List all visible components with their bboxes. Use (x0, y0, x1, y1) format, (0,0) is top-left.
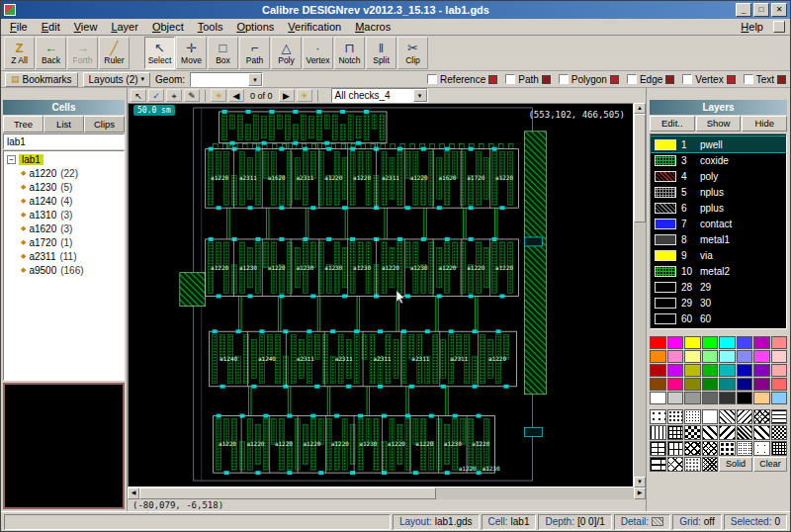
pattern-dots-fine[interactable] (702, 409, 719, 424)
palette-color[interactable] (684, 364, 701, 377)
layout-canvas[interactable]: a1220a2311a1620a2311a1220a1220a2311a1220… (128, 103, 634, 488)
pattern-cross-dense[interactable] (737, 425, 753, 440)
z-all-button[interactable]: ZZ All (4, 37, 35, 69)
pattern-dots-sparse[interactable] (650, 409, 666, 424)
palette-color[interactable] (650, 392, 666, 404)
palette-color[interactable] (737, 350, 753, 363)
menu-edit[interactable]: Edit (35, 20, 67, 34)
collapse-icon[interactable]: − (7, 155, 16, 164)
maximize-button[interactable] (753, 3, 769, 17)
notch-button[interactable]: ⊓Notch (334, 37, 365, 69)
palette-color[interactable] (771, 336, 788, 349)
palette-color[interactable] (737, 336, 753, 349)
vertical-scrollbar[interactable] (634, 103, 646, 488)
cell-filter-input[interactable] (3, 133, 125, 149)
palette-color[interactable] (667, 350, 684, 363)
check-mark-button[interactable]: ✓ (148, 89, 164, 102)
pattern-hatch-diagonal-back[interactable] (737, 409, 753, 424)
layer-row-metal2[interactable]: 10metal2 (651, 263, 786, 279)
chevron-down-icon[interactable]: ▾ (413, 89, 427, 102)
palette-color[interactable] (719, 350, 736, 363)
palette-color[interactable] (667, 392, 684, 404)
palette-color[interactable] (702, 378, 719, 391)
palette-color[interactable] (702, 336, 719, 349)
chevron-down-icon[interactable]: ▾ (248, 73, 262, 86)
cell-item-a1220[interactable]: ◆a1220(22) (5, 166, 123, 180)
checkbox-icon[interactable] (682, 74, 692, 84)
menu-tools[interactable]: Tools (191, 20, 230, 34)
brightness-up-button[interactable]: ☀ (297, 89, 312, 102)
pattern-brick-wide[interactable] (650, 457, 666, 472)
palette-color[interactable] (719, 364, 736, 377)
palette-color[interactable] (719, 378, 736, 391)
pattern-speckle[interactable] (684, 457, 701, 472)
pattern-dots-large[interactable] (719, 441, 736, 456)
layer-row-poly[interactable]: 4poly (651, 168, 786, 184)
cell-item-a9500[interactable]: ◆a9500(166) (5, 263, 123, 277)
menu-verification[interactable]: Verification (281, 20, 348, 34)
pattern-zigzag[interactable] (753, 425, 770, 440)
palette-color[interactable] (667, 336, 684, 349)
palette-color[interactable] (667, 378, 684, 391)
checkbox-icon[interactable] (744, 74, 753, 84)
layer-row-coxide[interactable]: 3coxide (651, 152, 786, 168)
pattern-diag-thick-back[interactable] (719, 425, 736, 440)
pattern-brick[interactable] (650, 441, 666, 456)
palette-color[interactable] (753, 392, 770, 404)
scroll-left-icon[interactable] (128, 488, 139, 499)
tree-root[interactable]: −lab1 (5, 153, 123, 166)
checkbox-icon[interactable] (505, 74, 515, 84)
bookmarks-button[interactable]: ▤ Bookmarks (5, 72, 78, 87)
vertical-scroll-track[interactable] (634, 222, 646, 477)
palette-color[interactable] (753, 364, 770, 377)
titlebar[interactable]: Calibre DESIGNrev v2012.3_15.13 - lab1.g… (1, 1, 790, 19)
palette-color[interactable] (702, 364, 719, 377)
ruler-button[interactable]: ╱Ruler (99, 37, 130, 69)
solid-button[interactable]: Solid (719, 457, 752, 472)
toggle-edge[interactable]: Edge (627, 74, 674, 85)
pattern-grid-small[interactable] (667, 425, 684, 440)
zoom-tool-button[interactable]: ⌖ (166, 89, 182, 102)
palette-color[interactable] (667, 364, 684, 377)
palette-color[interactable] (650, 336, 666, 349)
layer-hide-button[interactable]: Hide (742, 116, 787, 132)
palette-color[interactable] (702, 392, 719, 404)
pattern-diag-thick[interactable] (702, 425, 719, 440)
pattern-hatch-diagonal[interactable] (719, 409, 736, 424)
tab-list[interactable]: List (44, 116, 84, 133)
palette-color[interactable] (684, 336, 701, 349)
pattern-lines-vertical[interactable] (650, 425, 666, 440)
palette-color[interactable] (737, 364, 753, 377)
menu-layer[interactable]: Layer (104, 20, 145, 34)
vertical-scroll-thumb[interactable] (634, 114, 646, 222)
layer-row-pwell[interactable]: 1pwell (651, 136, 786, 152)
horizontal-scroll-track[interactable] (436, 488, 634, 499)
next-result-button[interactable]: ▶ (279, 89, 295, 102)
palette-color[interactable] (684, 392, 701, 404)
menu-macros[interactable]: Macros (348, 20, 397, 34)
pattern-checkerboard[interactable] (684, 425, 701, 440)
window-grip-icon[interactable] (773, 21, 785, 33)
palette-color[interactable] (650, 364, 666, 377)
clear-button[interactable]: Clear (753, 457, 787, 472)
palette-color[interactable] (702, 350, 719, 363)
checkbox-icon[interactable] (427, 74, 437, 84)
pattern-triangle-mesh[interactable] (771, 425, 788, 440)
toggle-polygon[interactable]: Polygon (559, 74, 619, 85)
palette-color[interactable] (719, 392, 736, 404)
pattern-diamond-mesh[interactable] (702, 441, 719, 456)
split-button[interactable]: ‖Split (366, 37, 396, 69)
pattern-dots-dense[interactable] (684, 409, 701, 424)
layer-row-30[interactable]: 2930 (651, 295, 786, 310)
palette-color[interactable] (753, 350, 770, 363)
palette-color[interactable] (684, 378, 701, 391)
palette-color[interactable] (650, 378, 666, 391)
toggle-path[interactable]: Path (505, 74, 551, 85)
select-button[interactable]: ↖Select (144, 37, 175, 69)
checks-combobox[interactable]: All checks_4▾ (331, 88, 428, 103)
prev-result-button[interactable]: ◀ (228, 89, 244, 102)
cell-item-a1620[interactable]: ◆a1620(3) (5, 222, 123, 235)
palette-color[interactable] (771, 392, 788, 404)
layer-row-contact[interactable]: 7contact (651, 216, 786, 231)
geom-combobox[interactable]: ▾ (190, 72, 263, 87)
